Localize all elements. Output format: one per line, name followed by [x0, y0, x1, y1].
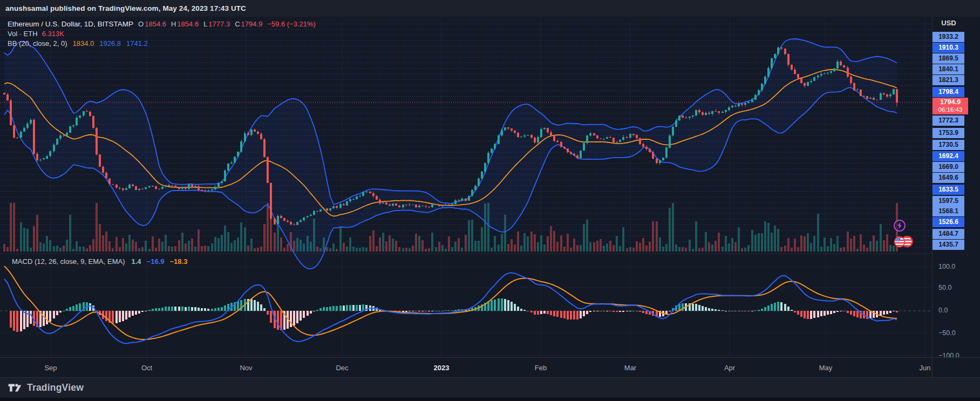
us-flag-event-icon[interactable] [893, 235, 915, 250]
tradingview-published-chart: anushsamal published on TradingView.com,… [0, 0, 980, 401]
price-scale-label: 1840.1 [933, 64, 964, 74]
footer-bar: TradingView [0, 378, 980, 398]
time-axis-label: Apr [724, 364, 735, 372]
price-scale-label: 1484.7 [933, 229, 964, 239]
price-scale-label: 1869.5 [933, 53, 964, 64]
price-scale-label: 1821.3 [933, 75, 964, 85]
price-scale-label: 1730.5 [933, 140, 964, 150]
price-scale-label: 1435.7 [933, 240, 964, 250]
published-info-text: anushsamal published on TradingView.com,… [5, 4, 246, 12]
time-axis-label: Mar [624, 364, 636, 372]
time-axis-label: Nov [240, 364, 252, 372]
macd-scale-label: −50.0 [938, 329, 956, 337]
lightning-event-icon[interactable] [893, 219, 906, 234]
time-axis-label: Dec [336, 364, 348, 372]
bar-countdown: 06:16:43 [933, 106, 968, 113]
tradingview-logo-icon[interactable] [7, 382, 23, 394]
published-info-bar: anushsamal published on TradingView.com,… [0, 0, 980, 17]
price-scale-label: 1633.5 [933, 185, 964, 195]
time-axis-label: Sep [44, 364, 57, 372]
price-scale-label: 1753.9 [933, 128, 964, 138]
time-axis-label: 2023 [434, 364, 450, 372]
price-chart-plot[interactable] [0, 17, 932, 357]
tradingview-brand-text[interactable]: TradingView [27, 382, 84, 393]
bottom-edge-strip [0, 398, 980, 401]
current-price-badge: 1794.906:16:43 [933, 98, 968, 114]
time-axis-label: Oct [141, 364, 152, 372]
price-scale-label: 1692.4 [933, 151, 964, 161]
time-axis[interactable]: SepOctNovDec2023FebMarAprMayJun [0, 357, 980, 378]
price-scale-label: 1568.1 [933, 206, 964, 216]
price-scale-label: 1910.3 [933, 43, 964, 53]
price-scale-currency: USD [933, 19, 965, 27]
chart-area[interactable]: Ethereum / U.S. Dollar, 1D, BITSTAMP O18… [0, 17, 980, 378]
price-scale-label: 1798.4 [933, 87, 964, 97]
price-scale-label: 1933.2 [933, 32, 964, 42]
macd-scale-label: 100.0 [938, 263, 955, 270]
price-scale-label: 1669.0 [933, 162, 964, 172]
price-scale-label: 1526.6 [933, 217, 964, 227]
time-axis-label: Jun [920, 364, 931, 372]
price-scale-label: 1772.3 [933, 115, 964, 126]
time-axis-label: May [819, 364, 833, 372]
price-scale-label: 1597.5 [933, 196, 964, 206]
macd-scale-label: 0.0 [938, 307, 948, 314]
current-price-value: 1794.9 [933, 98, 968, 106]
price-scale[interactable]: USD 1933.21910.31869.51840.11821.31798.4… [932, 17, 980, 378]
macd-scale-label: 50.0 [938, 284, 951, 291]
price-scale-label: 1649.6 [933, 173, 964, 183]
time-axis-label: Feb [535, 364, 547, 372]
